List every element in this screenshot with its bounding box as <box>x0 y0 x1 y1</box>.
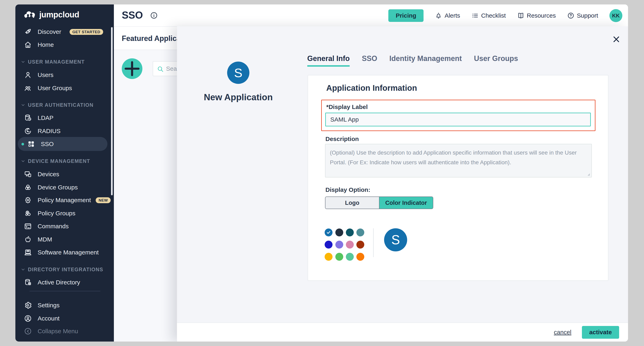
resources-button[interactable]: Resources <box>517 12 556 19</box>
sidebar-item-discover[interactable]: Discover GET STARTED <box>15 26 114 38</box>
topbar-nav: Pricing Alerts Checklist Resources Suppo… <box>388 5 622 27</box>
devices-icon <box>24 170 32 178</box>
sidebar-item-policy-groups[interactable]: Policy Groups <box>15 208 114 219</box>
jumpcloud-logo[interactable]: jumpcloud <box>24 10 79 19</box>
color-swatch[interactable] <box>356 253 364 261</box>
sidebar-item-commands[interactable]: Commands <box>15 221 114 232</box>
chevron-down-icon <box>21 267 26 272</box>
page-title: SSO <box>122 9 143 21</box>
support-label: Support <box>577 12 598 19</box>
new-application-panel: S New Application General Info SSO Ident… <box>177 26 628 341</box>
sidebar-section-user-authentication[interactable]: USER AUTHENTICATION <box>15 100 114 110</box>
sidebar-item-label: LDAP <box>38 114 54 121</box>
color-swatch[interactable] <box>346 253 354 261</box>
check-icon <box>326 230 331 235</box>
bell-icon <box>435 12 442 19</box>
color-swatch[interactable] <box>335 253 343 261</box>
sidebar-item-label: Discover <box>38 28 61 35</box>
get-started-badge: GET STARTED <box>70 29 103 35</box>
sidebar-item-collapse-menu[interactable]: Collapse Menu <box>15 325 114 337</box>
plus-icon <box>122 58 142 79</box>
apple-icon <box>24 235 32 244</box>
color-swatch[interactable] <box>335 241 343 249</box>
sidebar-item-devices[interactable]: Devices <box>15 168 114 180</box>
color-swatch[interactable] <box>325 253 332 261</box>
sidebar-item-label: Settings <box>38 302 60 309</box>
description-textarea[interactable] <box>325 144 592 178</box>
sidebar-section-device-management[interactable]: DEVICE MANAGEMENT <box>15 156 114 166</box>
sidebar-section-directory-integrations[interactable]: DIRECTORY INTEGRATIONS <box>15 264 114 274</box>
tab-sso[interactable]: SSO <box>362 54 377 70</box>
user-avatar[interactable]: KK <box>610 9 622 22</box>
sidebar-item-active-directory[interactable]: Active Directory <box>15 277 114 288</box>
user-groups-icon <box>24 84 32 92</box>
sidebar-section-user-management[interactable]: USER MANAGEMENT <box>15 57 114 67</box>
color-swatch[interactable] <box>346 241 354 249</box>
pricing-button[interactable]: Pricing <box>388 9 424 22</box>
panel-tabs: General Info SSO Identity Management Use… <box>307 54 518 70</box>
sidebar-item-label: Users <box>38 72 54 78</box>
tab-general-info[interactable]: General Info <box>307 54 350 70</box>
sidebar-item-users[interactable]: Users <box>15 69 114 81</box>
book-icon <box>517 12 524 19</box>
account-icon <box>24 314 32 322</box>
color-swatch-selected[interactable] <box>325 229 332 236</box>
sidebar-item-settings[interactable]: Settings <box>15 300 114 311</box>
checklist-label: Checklist <box>481 12 506 19</box>
activate-button[interactable]: activate <box>582 326 619 339</box>
sidebar-item-device-groups[interactable]: Device Groups <box>15 182 114 193</box>
sidebar-item-account[interactable]: Account <box>15 313 114 324</box>
jumpcloud-cloud-icon <box>24 11 36 19</box>
application-name: New Application <box>188 92 289 102</box>
sidebar-item-mdm[interactable]: MDM <box>15 234 114 245</box>
sidebar-item-label: User Groups <box>38 85 72 92</box>
toggle-logo-option[interactable]: Logo <box>326 197 379 209</box>
add-application-button[interactable] <box>122 58 142 79</box>
ldap-database-icon <box>24 114 32 122</box>
policy-seal-icon <box>24 196 32 204</box>
checklist-button[interactable]: Checklist <box>472 12 506 19</box>
device-groups-icon <box>24 183 32 192</box>
display-label-label: *Display Label <box>326 103 368 110</box>
sidebar-item-label: Device Groups <box>38 184 78 191</box>
card-heading: Application Information <box>326 83 417 93</box>
color-swatch[interactable] <box>356 229 364 236</box>
sidebar-item-ldap[interactable]: LDAP <box>15 112 114 124</box>
close-icon[interactable] <box>612 35 620 43</box>
sidebar-item-label: Policy Groups <box>38 210 76 217</box>
sidebar-item-label: Collapse Menu <box>38 328 78 335</box>
sidebar-scrollbar[interactable] <box>111 27 113 195</box>
tab-user-groups[interactable]: User Groups <box>474 54 518 70</box>
sso-grid-icon <box>27 140 35 148</box>
swatch-preview-divider <box>373 228 374 257</box>
policy-groups-icon <box>24 209 32 217</box>
sidebar-item-policy-management[interactable]: Policy Management NEW <box>15 195 114 206</box>
checklist-icon <box>472 12 479 19</box>
alerts-button[interactable]: Alerts <box>435 12 460 19</box>
sidebar-divider <box>30 291 100 291</box>
search-icon <box>157 65 164 73</box>
toggle-color-indicator-option[interactable]: Color Indicator <box>379 197 433 209</box>
display-label-input[interactable] <box>325 113 591 126</box>
gear-icon <box>24 301 32 309</box>
sidebar: jumpcloud Discover GET STARTED Home USER… <box>15 5 114 341</box>
sidebar-item-software-management[interactable]: Software Management <box>15 247 114 258</box>
color-swatch[interactable] <box>325 241 332 249</box>
sidebar-item-radius[interactable]: RADIUS <box>15 125 114 137</box>
panel-footer: cancel activate <box>177 322 628 341</box>
color-swatch[interactable] <box>346 229 354 236</box>
info-icon[interactable] <box>150 11 158 20</box>
active-directory-icon <box>24 278 32 286</box>
support-button[interactable]: Support <box>567 12 598 19</box>
color-swatch[interactable] <box>356 241 364 249</box>
terminal-icon <box>24 222 32 230</box>
sidebar-item-label: Policy Management <box>38 197 91 204</box>
cancel-button[interactable]: cancel <box>554 329 572 336</box>
color-swatch[interactable] <box>335 229 343 236</box>
sidebar-item-sso[interactable]: SSO <box>15 138 114 150</box>
radius-icon <box>24 127 32 135</box>
tab-identity-management[interactable]: Identity Management <box>389 54 462 70</box>
sidebar-item-home[interactable]: Home <box>15 39 114 50</box>
sidebar-item-user-groups[interactable]: User Groups <box>15 82 114 94</box>
chevron-down-icon <box>21 159 26 163</box>
